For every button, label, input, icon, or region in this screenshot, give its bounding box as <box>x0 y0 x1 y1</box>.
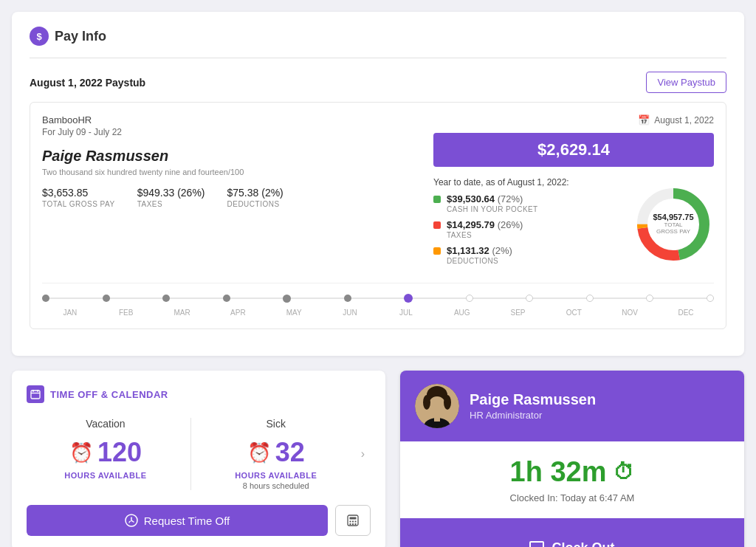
ytd-deductions: $1,131.32 (2%) DEDUCTIONS <box>433 245 618 265</box>
clock-profile: Paige Rasmussen HR Administrator <box>400 371 744 441</box>
vacation-balance: Vacation ⏰ 120 HOURS AVAILABLE <box>27 418 185 480</box>
clock-out-label: Clock Out <box>551 540 614 547</box>
vacation-hours: 120 <box>97 437 142 468</box>
chevron-right-icon[interactable]: › <box>355 447 371 461</box>
paystub-left: BambooHR For July 09 - July 22 Paige Ras… <box>42 114 433 208</box>
dot-may <box>283 295 291 303</box>
svg-point-20 <box>423 395 430 410</box>
ytd-taxes-label: TAXES <box>447 231 523 239</box>
ytd-cash-text: $39,530.64 (72%) CASH IN YOUR POCKET <box>447 193 538 213</box>
ytd-cash-dot <box>433 196 441 203</box>
dot-nov <box>646 295 653 302</box>
taxes: $949.33 (26%) TAXES <box>137 187 205 208</box>
ytd-items: Year to date, as of August 1, 2022: $39,… <box>433 177 618 271</box>
paystub-header: August 1, 2022 Paystub View Paystub <box>30 72 726 93</box>
pay-info-card: $ Pay Info August 1, 2022 Paystub View P… <box>12 12 744 356</box>
bottom-row: TIME OFF & CALENDAR Vacation ⏰ 120 HOURS… <box>12 371 744 547</box>
ytd-taxes-text: $14,295.79 (26%) TAXES <box>447 219 523 239</box>
calculator-button[interactable] <box>335 505 371 536</box>
dot-sep <box>526 295 533 302</box>
ytd-deductions-value: $1,131.32 (2%) <box>447 245 512 256</box>
calculator-icon <box>346 514 360 527</box>
ytd-title: Year to date, as of August 1, 2022: <box>433 177 618 188</box>
month-feb: FEB <box>98 309 154 317</box>
clocked-in-text: Clocked In: Today at 6:47 AM <box>415 492 729 503</box>
gross-pay-value: $3,653.85 <box>42 187 115 199</box>
sick-clock-icon: ⏰ <box>247 441 271 464</box>
paystub-inner: BambooHR For July 09 - July 22 Paige Ras… <box>30 102 726 329</box>
calendar-icon-box <box>27 385 44 403</box>
pay-info-title: Pay Info <box>55 29 106 44</box>
pay-details: $3,653.85 TOTAL GROSS PAY $949.33 (26%) … <box>42 187 433 208</box>
avatar-image <box>415 384 459 428</box>
svg-point-21 <box>444 395 451 410</box>
svg-rect-11 <box>350 521 351 523</box>
time-off-actions: Request Time Off <box>27 505 371 536</box>
calendar-icon: 📅 <box>638 114 650 125</box>
clock-time-section: 1h 32m ⏱ Clocked In: Today at 6:47 AM <box>400 441 744 518</box>
total-gross-pay: $3,653.85 TOTAL GROSS PAY <box>42 187 115 208</box>
month-nov: NOV <box>602 309 658 317</box>
timer-icon: ⏱ <box>614 460 634 484</box>
clock-profile-info: Paige Rasmussen HR Administrator <box>470 391 596 421</box>
ytd-deductions-label: DEDUCTIONS <box>447 257 512 265</box>
time-off-balances: Vacation ⏰ 120 HOURS AVAILABLE Sick ⏰ 32… <box>27 418 371 490</box>
dollar-icon: $ <box>30 27 49 46</box>
svg-rect-23 <box>434 416 440 422</box>
vacation-label: Vacation <box>27 418 185 430</box>
month-jun: JUN <box>322 309 378 317</box>
month-jul: JUL <box>378 309 434 317</box>
deductions: $75.38 (2%) DEDUCTIONS <box>227 187 284 208</box>
deductions-value: $75.38 (2%) <box>227 187 284 199</box>
taxes-label: TAXES <box>137 200 205 208</box>
month-dec: DEC <box>658 309 714 317</box>
dot-aug <box>466 295 473 302</box>
ytd-taxes: $14,295.79 (26%) TAXES <box>433 219 618 239</box>
company-name: BambooHR <box>42 114 433 125</box>
ytd-deductions-text: $1,131.32 (2%) DEDUCTIONS <box>447 245 512 265</box>
sick-amount: ⏰ 32 <box>197 437 355 468</box>
month-apr: APR <box>210 309 266 317</box>
avatar <box>415 384 459 428</box>
vacation-amount: ⏰ 120 <box>27 437 185 468</box>
elapsed-time: 1h 32m ⏱ <box>415 456 729 488</box>
deductions-label: DEDUCTIONS <box>227 200 284 208</box>
pay-date-value: August 1, 2022 <box>654 115 714 125</box>
clock-out-button[interactable]: Clock Out <box>415 530 729 547</box>
sick-hours-label: HOURS AVAILABLE <box>197 471 355 480</box>
svg-rect-4 <box>31 391 40 399</box>
svg-rect-15 <box>352 523 354 525</box>
month-mar: MAR <box>154 309 210 317</box>
svg-rect-16 <box>355 523 357 525</box>
pay-timeline: JAN FEB MAR APR MAY JUN JUL AUG SEP OCT … <box>42 283 714 317</box>
svg-point-19 <box>427 396 447 419</box>
sick-scheduled: 8 hours scheduled <box>197 481 355 490</box>
month-oct: OCT <box>546 309 602 317</box>
ytd-cash-label: CASH IN YOUR POCKET <box>447 205 538 213</box>
request-time-off-icon <box>125 514 138 527</box>
month-sep: SEP <box>490 309 546 317</box>
request-time-off-button[interactable]: Request Time Off <box>27 505 328 536</box>
view-paystub-button[interactable]: View Paystub <box>646 72 726 93</box>
net-pay-box: $2,629.14 <box>433 133 714 167</box>
time-off-card: TIME OFF & CALENDAR Vacation ⏰ 120 HOURS… <box>12 371 385 547</box>
ytd-donut-chart: $54,957.75 TOTAL GROSS PAY <box>633 184 714 265</box>
ytd-cash: $39,530.64 (72%) CASH IN YOUR POCKET <box>433 193 618 213</box>
dot-feb <box>103 295 110 302</box>
dot-jan <box>42 295 49 302</box>
timeline-dots <box>42 294 714 303</box>
dot-oct <box>586 295 594 302</box>
time-off-header: TIME OFF & CALENDAR <box>27 385 371 403</box>
ytd-total-value: $54,957.75 <box>653 213 693 221</box>
svg-rect-10 <box>350 517 357 520</box>
ytd-deductions-dot <box>433 247 441 255</box>
svg-rect-12 <box>352 521 354 523</box>
employee-name: Paige Rasmussen <box>42 148 433 165</box>
ytd-section: Year to date, as of August 1, 2022: $39,… <box>433 177 714 271</box>
amount-words: Two thousand six hundred twenty nine and… <box>42 168 433 176</box>
sick-hours: 32 <box>275 437 305 468</box>
clock-card: Paige Rasmussen HR Administrator 1h 32m … <box>400 371 744 547</box>
ytd-taxes-dot <box>433 221 441 229</box>
timeline-track <box>42 291 714 306</box>
clock-employee-title: HR Administrator <box>470 410 596 421</box>
